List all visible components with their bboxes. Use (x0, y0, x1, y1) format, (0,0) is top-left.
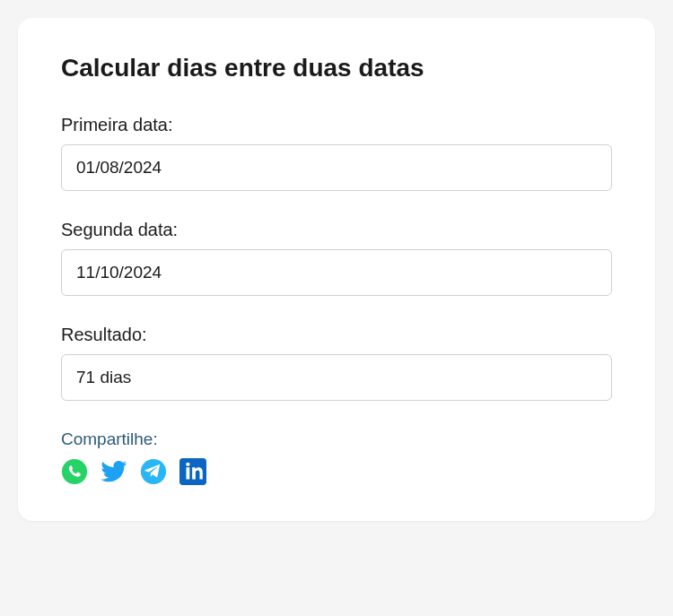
whatsapp-icon[interactable] (61, 458, 88, 485)
share-icons-row (61, 458, 612, 485)
first-date-label: Primeira data: (61, 115, 612, 135)
svg-point-0 (62, 459, 87, 484)
linkedin-icon[interactable] (179, 458, 206, 485)
result-label: Resultado: (61, 325, 612, 345)
page-title: Calcular dias entre duas datas (61, 54, 612, 82)
calculator-card: Calcular dias entre duas datas Primeira … (18, 18, 655, 521)
first-date-input[interactable] (61, 144, 612, 191)
first-date-group: Primeira data: (61, 115, 612, 191)
second-date-label: Segunda data: (61, 220, 612, 240)
telegram-icon[interactable] (140, 458, 167, 485)
result-input[interactable] (61, 354, 612, 401)
share-section: Compartilhe: (61, 429, 612, 485)
second-date-input[interactable] (61, 249, 612, 296)
twitter-icon[interactable] (101, 458, 127, 485)
second-date-group: Segunda data: (61, 220, 612, 296)
share-label: Compartilhe: (61, 429, 612, 449)
result-group: Resultado: (61, 325, 612, 401)
